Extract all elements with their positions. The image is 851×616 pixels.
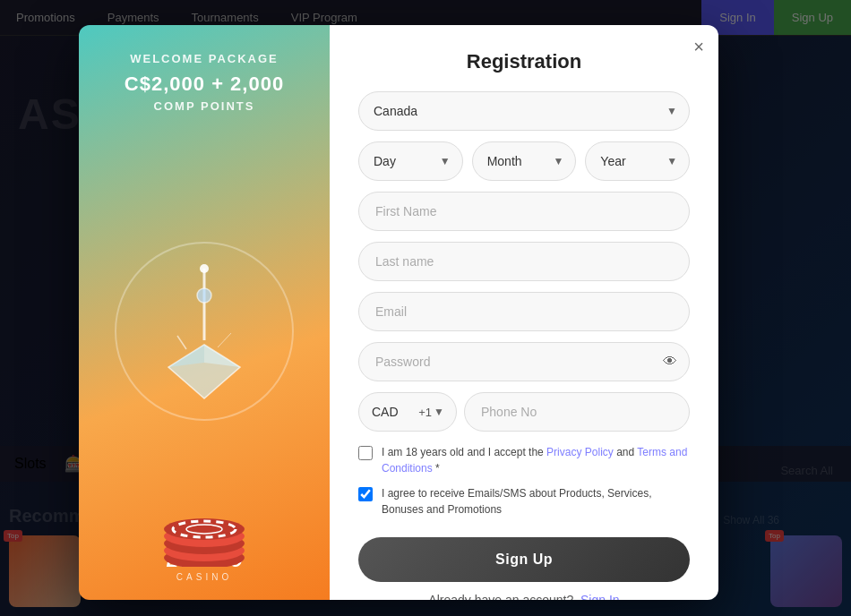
dob-year-wrapper: Year ▼ <box>585 141 690 181</box>
modal-right-panel: × Registration Canada United States Unit… <box>330 25 718 600</box>
country-select[interactable]: Canada United States United Kingdom Aust… <box>358 91 690 131</box>
email-input[interactable] <box>358 292 690 331</box>
svg-line-6 <box>177 336 186 349</box>
checkbox-emails-group: I agree to receive Emails/SMS about Prod… <box>358 485 690 518</box>
eye-icon[interactable]: 👁 <box>663 354 677 370</box>
phone-row: CAD USD ▼ +1 <box>358 392 690 432</box>
dob-row: Day ▼ Month ▼ Year ▼ <box>358 141 690 181</box>
phone-code-wrapper: CAD USD ▼ +1 <box>358 392 457 432</box>
checkbox-emails-label: I agree to receive Emails/SMS about Prod… <box>382 485 690 518</box>
registration-modal: WELCOME PACKAGE C$2,000 + 2,000 COMP POI… <box>79 25 718 600</box>
welcome-label: WELCOME PACKAGE <box>125 52 284 65</box>
signup-button[interactable]: Sign Up <box>358 537 690 582</box>
already-account: Already have an account? Sign In <box>358 593 690 600</box>
already-text: Already have an account? <box>428 593 573 600</box>
dob-month-select[interactable]: Month <box>472 141 577 181</box>
phone-currency-select[interactable]: CAD USD <box>358 392 457 432</box>
diamond-illustration <box>97 113 312 549</box>
first-name-group <box>358 192 690 231</box>
checkbox-emails[interactable] <box>358 487 373 501</box>
privacy-policy-link[interactable]: Privacy Policy <box>546 446 614 458</box>
svg-point-2 <box>197 288 211 303</box>
svg-line-7 <box>218 333 231 347</box>
password-group: 👁 <box>358 342 690 381</box>
dob-day-select[interactable]: Day <box>358 141 463 181</box>
country-select-wrapper: Canada United States United Kingdom Aust… <box>358 91 690 131</box>
close-button[interactable]: × <box>693 38 704 56</box>
welcome-text: WELCOME PACKAGE C$2,000 + 2,000 COMP POI… <box>125 52 284 113</box>
dob-day-wrapper: Day ▼ <box>358 141 463 181</box>
checkbox-terms-group: I am 18 years old and I accept the Priva… <box>358 444 690 476</box>
signin-link[interactable]: Sign In <box>580 593 620 600</box>
welcome-amount: C$2,000 + 2,000 <box>125 73 284 96</box>
email-group <box>358 292 690 331</box>
last-name-input[interactable] <box>358 242 690 281</box>
svg-point-1 <box>200 264 209 273</box>
terms-conditions-link[interactable]: Terms and Conditions <box>382 446 687 475</box>
dob-month-wrapper: Month ▼ <box>472 141 577 181</box>
password-input[interactable] <box>358 342 690 381</box>
welcome-comp: COMP POINTS <box>125 99 284 113</box>
chips-svg <box>137 513 271 567</box>
phone-input[interactable] <box>464 392 690 432</box>
checkbox-terms[interactable] <box>358 446 373 460</box>
registration-title: Registration <box>358 50 690 73</box>
dob-year-select[interactable]: Year <box>585 141 690 181</box>
last-name-group <box>358 242 690 281</box>
first-name-input[interactable] <box>358 192 690 231</box>
diamond-svg <box>142 260 267 403</box>
modal-left-panel: WELCOME PACKAGE C$2,000 + 2,000 COMP POI… <box>79 25 330 600</box>
svg-point-14 <box>186 525 222 534</box>
logo-casino: CASINO <box>166 572 242 582</box>
checkbox-terms-label: I am 18 years old and I accept the Priva… <box>382 444 690 476</box>
